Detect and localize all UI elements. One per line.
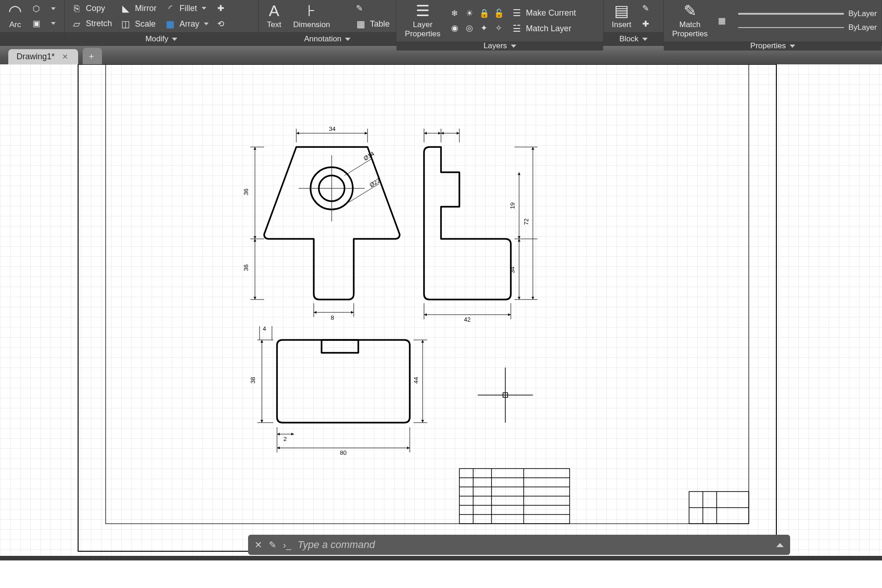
close-icon[interactable]: ✕ (62, 52, 68, 61)
properties-grid-icon[interactable]: ▦ (716, 15, 728, 27)
panel-block: ▤Insert ✎✚ Block (604, 0, 664, 46)
command-line[interactable]: ✕ ✎ ›_ Type a command (248, 535, 790, 555)
panel-title-draw (0, 32, 64, 46)
mirror-icon: ◣ (120, 3, 131, 14)
tool-icon[interactable]: ✚ (215, 2, 227, 14)
fillet-icon: ◜ (165, 3, 176, 14)
layer-tool-icon[interactable]: ❄ (449, 7, 461, 19)
match-properties-button[interactable]: ✎Match Properties (668, 2, 711, 40)
panel-properties: ✎Match Properties ▦ ByLayer ByLayer Prop… (664, 0, 882, 46)
chevron-down-icon (172, 38, 177, 41)
layer-tool-icon[interactable]: ✧ (493, 22, 505, 34)
match-layer-icon: ☱ (511, 23, 522, 34)
array-button[interactable]: ▦Array (163, 18, 210, 30)
chevron-down-icon (204, 23, 209, 25)
copy-icon: ⎘ (71, 3, 82, 14)
panel-title-modify[interactable]: Modify (65, 32, 258, 46)
dimension-button[interactable]: ⊦Dimension (289, 2, 334, 30)
copy-button[interactable]: ⎘Copy (69, 3, 114, 14)
panel-title-properties[interactable]: Properties (664, 41, 882, 51)
new-tab-button[interactable]: ＋ (83, 48, 102, 64)
tool-icon[interactable]: ▣ (30, 17, 42, 29)
panel-title-block[interactable]: Block (604, 32, 663, 46)
panel-layers: ☰Layer Properties ❄☀🔒🔓 ◉◎✦✧ ☰Make Curren… (396, 0, 603, 46)
svg-text:36: 36 (243, 189, 249, 195)
close-icon[interactable]: ✕ (254, 539, 262, 550)
arc-label: Arc (9, 20, 21, 29)
match-layer-button[interactable]: ☱Match Layer (509, 23, 578, 34)
svg-text:4: 4 (263, 325, 266, 332)
svg-text:19: 19 (509, 203, 516, 209)
text-button[interactable]: AText (263, 2, 285, 30)
insert-icon: ▤ (614, 3, 629, 18)
make-current-icon: ☰ (511, 7, 522, 18)
table-button[interactable]: ▦Table (353, 18, 391, 30)
panel-title-annotation[interactable]: Annotation (259, 32, 396, 46)
fillet-button[interactable]: ◜Fillet (163, 2, 210, 14)
prompt-icon: ›_ (283, 540, 291, 550)
tool-icon[interactable]: ⬡ (30, 3, 42, 15)
lineweight-dropdown[interactable]: ByLayer (733, 9, 877, 18)
layer-tool-icon[interactable]: ◉ (449, 22, 461, 34)
scale-icon: ◫ (120, 18, 131, 29)
chevron-down-icon (345, 38, 351, 41)
tab-drawing1[interactable]: Drawing1* ✕ (8, 49, 78, 64)
arc-button[interactable]: ◠ Arc (5, 2, 26, 30)
tool-icon[interactable]: ✎ (639, 2, 651, 14)
svg-text:44: 44 (413, 377, 419, 384)
panel-annotation: AText ⊦Dimension ✎ ▦Table Annotation (259, 0, 396, 46)
table-icon: ▦ (355, 18, 366, 29)
panel-title-layers[interactable]: Layers (396, 41, 603, 51)
svg-text:80: 80 (340, 449, 346, 456)
tool-icon[interactable]: ✚ (639, 18, 651, 30)
panel-modify: ⎘Copy ▱Stretch ◣Mirror ◫Scale ◜Fillet ▦A… (65, 0, 259, 46)
dropdown-icon[interactable] (47, 3, 59, 15)
svg-text:34: 34 (329, 125, 335, 132)
chevron-down-icon (511, 45, 516, 48)
svg-text:72: 72 (523, 219, 530, 225)
drawing-canvas[interactable]: 34 36 36 8 Ø14 Ø22 72 19 34 42 38 44 80 … (0, 64, 882, 560)
layers-icon: ☰ (416, 3, 430, 18)
svg-text:8: 8 (331, 314, 334, 321)
drawing-svg: 34 36 36 8 Ø14 Ø22 72 19 34 42 38 44 80 … (0, 64, 882, 560)
tab-label: Drawing1* (17, 52, 55, 62)
layer-tool-icon[interactable]: ◎ (464, 22, 475, 34)
tool-icon[interactable]: ⟲ (215, 18, 227, 30)
stretch-icon: ▱ (71, 18, 82, 29)
panel-draw: ◠ Arc ⬡ ▣ (0, 0, 65, 46)
linetype-dropdown[interactable]: ByLayer (733, 23, 877, 32)
layer-tool-icon[interactable]: 🔓 (493, 7, 505, 19)
chevron-down-icon (202, 7, 206, 10)
chevron-down-icon (642, 38, 648, 41)
svg-text:36: 36 (243, 265, 249, 271)
svg-text:38: 38 (249, 377, 256, 384)
insert-button[interactable]: ▤Insert (608, 2, 635, 30)
tool-icon[interactable]: ✎ (353, 2, 365, 14)
svg-text:2: 2 (283, 435, 287, 442)
text-icon: A (269, 3, 279, 18)
ribbon: ◠ Arc ⬡ ▣ ⎘Copy ▱Stretch (0, 0, 882, 46)
dropdown-icon[interactable] (47, 17, 59, 29)
expand-icon[interactable] (776, 543, 784, 547)
layer-tool-icon[interactable]: 🔒 (478, 7, 490, 19)
svg-text:34: 34 (509, 267, 516, 273)
array-icon: ▦ (165, 18, 176, 29)
status-bar (0, 556, 882, 560)
layer-tool-icon[interactable]: ☀ (464, 7, 475, 19)
scale-button[interactable]: ◫Scale (119, 18, 158, 30)
chevron-down-icon (790, 45, 795, 48)
customize-icon[interactable]: ✎ (269, 539, 277, 550)
layer-properties-button[interactable]: ☰Layer Properties (401, 2, 444, 40)
command-placeholder: Type a command (298, 539, 375, 551)
layer-tool-icon[interactable]: ✦ (478, 22, 490, 34)
mirror-button[interactable]: ◣Mirror (119, 2, 158, 14)
match-icon: ✎ (684, 3, 696, 18)
stretch-button[interactable]: ▱Stretch (69, 18, 114, 30)
arc-icon: ◠ (8, 3, 22, 18)
svg-text:42: 42 (464, 316, 470, 323)
make-current-button[interactable]: ☰Make Current (509, 7, 578, 19)
dimension-icon: ⊦ (307, 3, 316, 18)
